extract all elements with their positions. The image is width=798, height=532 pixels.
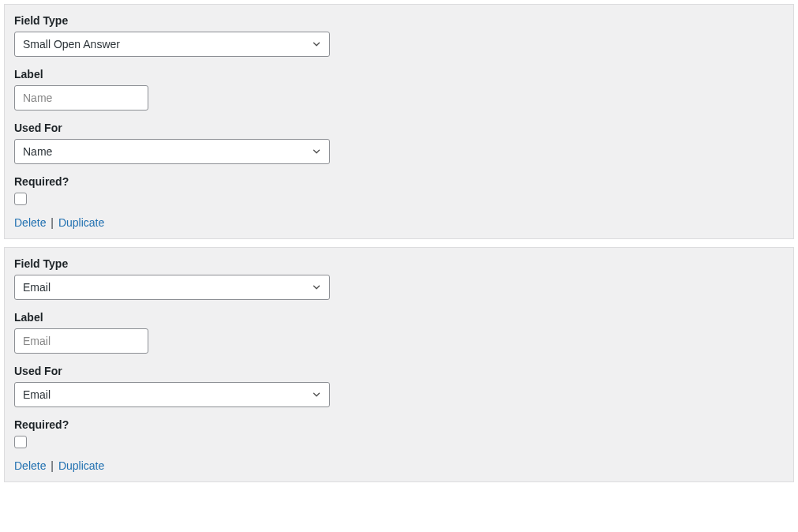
label-group: Label [14, 68, 784, 111]
label-input[interactable] [14, 85, 148, 111]
field-type-group: Field Type Email [14, 257, 784, 300]
label-label: Label [14, 311, 784, 324]
field-type-label: Field Type [14, 14, 784, 27]
used-for-label: Used For [14, 365, 784, 377]
used-for-group: Used For Email [14, 365, 784, 407]
label-group: Label [14, 311, 784, 354]
required-checkbox[interactable] [14, 436, 27, 448]
used-for-label: Used For [14, 122, 784, 134]
field-type-select-value: Email [14, 275, 330, 300]
label-label: Label [14, 68, 784, 81]
used-for-select[interactable]: Email [14, 382, 330, 407]
duplicate-link[interactable]: Duplicate [58, 216, 104, 229]
field-type-label: Field Type [14, 257, 784, 270]
used-for-select-value: Email [14, 382, 330, 407]
label-input[interactable] [14, 328, 148, 354]
field-type-select[interactable]: Small Open Answer [14, 32, 330, 57]
action-row: Delete | Duplicate [14, 216, 784, 229]
action-separator: | [51, 459, 54, 472]
field-type-select-value: Small Open Answer [14, 32, 330, 57]
action-row: Delete | Duplicate [14, 459, 784, 472]
duplicate-link[interactable]: Duplicate [58, 459, 104, 472]
delete-link[interactable]: Delete [14, 459, 46, 472]
required-checkbox[interactable] [14, 193, 27, 205]
field-type-group: Field Type Small Open Answer [14, 14, 784, 57]
required-group: Required? [14, 418, 784, 448]
field-config-panel: Field Type Small Open Answer Label Used … [4, 4, 794, 239]
field-config-panel: Field Type Email Label Used For Email Re… [4, 247, 794, 482]
action-separator: | [51, 216, 54, 229]
used-for-group: Used For Name [14, 122, 784, 164]
required-label: Required? [14, 175, 784, 188]
used-for-select[interactable]: Name [14, 139, 330, 164]
required-group: Required? [14, 175, 784, 205]
used-for-select-value: Name [14, 139, 330, 164]
field-type-select[interactable]: Email [14, 275, 330, 300]
delete-link[interactable]: Delete [14, 216, 46, 229]
required-label: Required? [14, 418, 784, 431]
